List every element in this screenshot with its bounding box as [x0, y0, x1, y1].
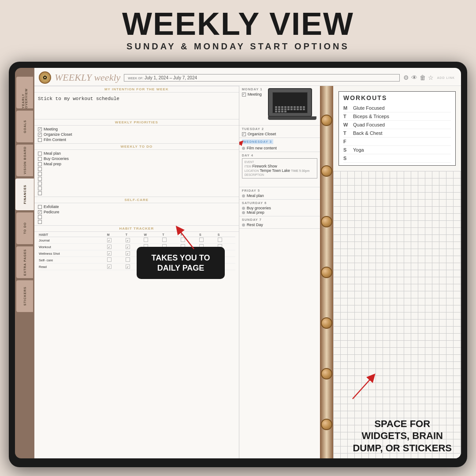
workout-day-s2: S	[343, 156, 350, 161]
friday-item-1: Meal plan	[242, 193, 317, 198]
journal-m[interactable]: ✓	[107, 238, 112, 242]
selfcare-checkbox-1[interactable]	[38, 205, 42, 209]
selfcare-m[interactable]	[107, 257, 112, 262]
wellness-t[interactable]: ✓	[126, 251, 130, 256]
daily-page-arrow	[239, 140, 244, 153]
monday-checkbox-1[interactable]	[242, 93, 246, 97]
todo-checkbox-8[interactable]	[38, 186, 42, 190]
binder-ring-4	[321, 267, 332, 278]
daily-page-callout: TAKES YOU TO DAILY PAGE	[137, 247, 225, 279]
workout-row-m: M Glute Focused	[343, 104, 451, 112]
todo-item-6[interactable]	[38, 176, 235, 181]
workouts-box: WORKOUTS M Glute Focused T Biceps & Tric…	[338, 91, 456, 166]
todo-item-3[interactable]: Meal prep	[38, 161, 235, 167]
journal-s1[interactable]	[199, 238, 204, 242]
workout-m[interactable]: ✓	[107, 245, 112, 249]
tuesday-checkbox-1[interactable]	[242, 132, 246, 136]
selfcare-item-4[interactable]	[38, 219, 235, 224]
sidebar-item-finances[interactable]: FINANCES	[15, 178, 34, 210]
sidebar-label-finances: FINANCES	[23, 185, 26, 204]
journal-w[interactable]	[144, 238, 148, 242]
sidebar-item-todo[interactable]: TO DO	[16, 212, 33, 244]
wellness-m[interactable]: ✓	[107, 251, 112, 256]
priorities-section-header: WEEKLY PRIORITIES	[34, 119, 239, 126]
todo-item-9[interactable]	[38, 191, 235, 196]
selfcare-section-header: SELF-CARE	[34, 197, 239, 203]
sidebar-item-extra[interactable]: EXTRA PAGES	[16, 246, 33, 278]
sidebar-label-stickers: STICKERS	[23, 286, 26, 305]
selfcare-section: Exfoliate Pedicure	[34, 203, 239, 225]
sunday-item-1: Rest Day	[242, 223, 317, 227]
todo-checkbox-7[interactable]	[38, 182, 42, 186]
priority-item-2[interactable]: Organize Closet	[38, 132, 235, 137]
sidebar-item-stickers[interactable]: STICKERS	[16, 280, 33, 312]
selfcare-checkbox-3[interactable]	[38, 215, 42, 219]
todo-item-4[interactable]	[38, 167, 235, 171]
wednesday-text-1: Film new content	[247, 146, 277, 150]
day-tuesday: TUESDAY 2 Organize Closet	[239, 126, 320, 138]
week-of-value: July 1, 2024 – July 7, 2024	[145, 75, 197, 80]
journal-t2[interactable]	[162, 238, 167, 242]
priority-checkbox-2[interactable]	[38, 133, 42, 137]
tuesday-text-1: Organize Closet	[248, 132, 276, 136]
priority-item-1[interactable]: Meeting	[38, 126, 235, 132]
priority-checkbox-1[interactable]	[38, 127, 42, 131]
todo-item-2[interactable]: Buy Groceries	[38, 156, 235, 161]
read-m[interactable]: ✓	[107, 264, 112, 269]
selfcare-checkbox-2[interactable]	[38, 210, 42, 214]
priority-item-3[interactable]: Film Content	[38, 137, 235, 142]
priority-checkbox-3[interactable]	[38, 138, 42, 142]
saturday-text-1: Buy groceries	[247, 206, 271, 210]
habit-name-read: Read	[38, 264, 106, 270]
todo-item-8[interactable]	[38, 186, 235, 191]
widgets-text: SPACE FORWIDGETS, BRAINDUMP, OR STICKERS	[353, 418, 452, 454]
todo-checkbox-3[interactable]	[38, 162, 42, 166]
thursday-label: DAY 4	[242, 153, 317, 157]
workout-name-m: Glute Focused	[353, 105, 385, 111]
read-t[interactable]: ✓	[126, 264, 130, 269]
journal-t[interactable]: ✓	[126, 238, 130, 242]
journal-s2[interactable]	[218, 238, 222, 242]
selfcare-checkbox-4[interactable]	[38, 220, 42, 224]
todo-item-7[interactable]	[38, 181, 235, 186]
trash-icon[interactable]: 🗑	[420, 74, 426, 81]
day-wednesday: WEDNESDAY 3 Film new content	[239, 138, 320, 152]
friday-label: FRIDAY 5	[242, 189, 317, 193]
priority-text-2: Organize Closet	[44, 132, 72, 137]
eye-icon[interactable]: 👁	[411, 74, 417, 81]
selfcare-item-1[interactable]: Exfoliate	[38, 204, 235, 209]
todo-checkbox-5[interactable]	[38, 172, 42, 176]
todo-checkbox-4[interactable]	[38, 167, 42, 171]
priority-text-3: Film Content	[44, 138, 66, 142]
sidebar-item-yearly-overview[interactable]: YEARLY OVERVIEW	[16, 77, 33, 108]
event-label: EVENT	[245, 160, 254, 164]
sidebar-tabs: YEARLY OVERVIEW GOALS VISION BOARD FINAN…	[15, 68, 34, 458]
laptop-graphic	[268, 88, 316, 120]
selfcare-t[interactable]	[126, 257, 130, 262]
callout-arrow-svg	[172, 225, 198, 251]
todo-checkbox-9[interactable]	[38, 191, 42, 195]
habit-section-header: HABIT TRACKER	[34, 225, 239, 232]
workout-day-s1: S	[343, 147, 350, 152]
selfcare-item-2[interactable]: Pedicure	[38, 209, 235, 215]
workout-t[interactable]: ✓	[126, 245, 130, 249]
workout-day-f: F	[343, 139, 350, 144]
item-label: ITEM	[245, 165, 252, 168]
workout-row-s2: S	[343, 154, 451, 163]
sidebar-item-goals[interactable]: GOALS	[16, 111, 33, 142]
selfcare-item-3[interactable]	[38, 215, 235, 219]
todo-checkbox-6[interactable]	[38, 177, 42, 181]
todo-checkbox-1[interactable]	[38, 152, 42, 156]
todo-checkbox-2[interactable]	[38, 157, 42, 161]
star-icon[interactable]: ☆	[428, 74, 434, 81]
todo-item-1[interactable]: Meal plan	[38, 151, 235, 156]
settings-icon[interactable]: ⚙	[403, 74, 409, 81]
sidebar-label-extra: EXTRA PAGES	[23, 249, 26, 275]
add-link-text[interactable]: ADD LINK	[437, 76, 457, 79]
page-header: WEEKLY VIEW SUNDAY & MONDAY START OPTION…	[0, 0, 476, 55]
day-thursday: DAY 4 EVENT ITEM Firework Show LOCATION …	[239, 152, 320, 187]
todo-item-5[interactable]	[38, 171, 235, 176]
workout-name-w: Quad Focused	[353, 122, 385, 127]
saturday-dot-1	[242, 207, 245, 210]
sidebar-item-vision[interactable]: VISION BOARD	[16, 145, 33, 176]
